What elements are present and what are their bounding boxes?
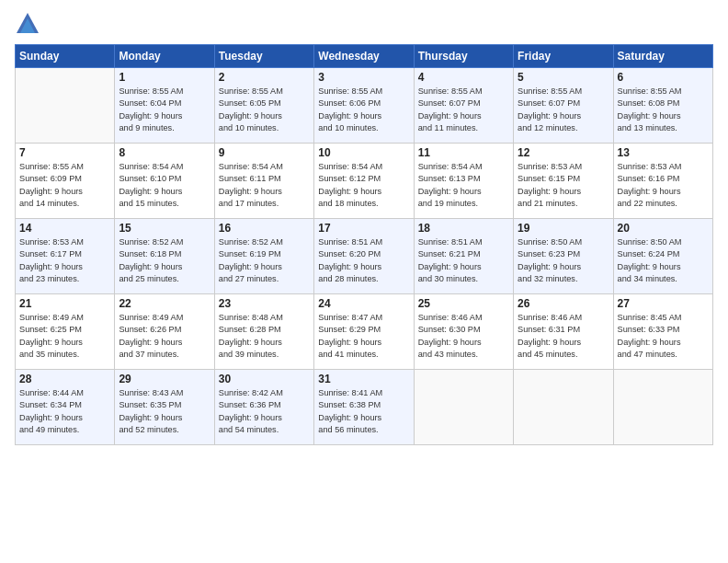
- day-cell: 19Sunrise: 8:50 AMSunset: 6:23 PMDayligh…: [514, 219, 613, 294]
- day-info: Sunrise: 8:55 AMSunset: 6:06 PMDaylight:…: [318, 86, 409, 134]
- day-number: 4: [418, 71, 509, 84]
- day-info: Sunrise: 8:43 AMSunset: 6:35 PMDaylight:…: [119, 387, 210, 436]
- day-cell: 14Sunrise: 8:53 AMSunset: 6:17 PMDayligh…: [16, 219, 115, 294]
- day-number: 9: [219, 146, 310, 159]
- day-number: 20: [618, 222, 709, 235]
- day-number: 6: [618, 71, 709, 84]
- day-cell: 22Sunrise: 8:49 AMSunset: 6:26 PMDayligh…: [115, 294, 214, 370]
- day-info: Sunrise: 8:46 AMSunset: 6:30 PMDaylight:…: [418, 312, 509, 361]
- day-cell: 31Sunrise: 8:41 AMSunset: 6:38 PMDayligh…: [314, 370, 414, 445]
- day-number: 16: [219, 222, 310, 235]
- week-row-4: 21Sunrise: 8:49 AMSunset: 6:25 PMDayligh…: [16, 294, 713, 370]
- day-info: Sunrise: 8:42 AMSunset: 6:36 PMDaylight:…: [219, 387, 310, 436]
- day-info: Sunrise: 8:54 AMSunset: 6:12 PMDaylight:…: [318, 161, 409, 210]
- header-cell-thursday: Thursday: [414, 45, 513, 68]
- day-cell: [16, 68, 115, 144]
- day-number: 21: [19, 297, 110, 310]
- day-number: 3: [318, 71, 409, 84]
- day-number: 10: [318, 146, 409, 159]
- day-number: 23: [219, 297, 310, 310]
- day-number: 28: [19, 373, 110, 385]
- day-cell: 10Sunrise: 8:54 AMSunset: 6:12 PMDayligh…: [314, 144, 414, 219]
- day-cell: 2Sunrise: 8:55 AMSunset: 6:05 PMDaylight…: [214, 68, 313, 144]
- day-info: Sunrise: 8:55 AMSunset: 6:05 PMDaylight:…: [219, 86, 310, 134]
- day-cell: 26Sunrise: 8:46 AMSunset: 6:31 PMDayligh…: [514, 294, 613, 370]
- day-cell: 7Sunrise: 8:55 AMSunset: 6:09 PMDaylight…: [16, 144, 115, 219]
- day-number: 2: [219, 71, 310, 84]
- day-number: 17: [318, 222, 409, 235]
- logo: [15, 11, 44, 37]
- day-info: Sunrise: 8:47 AMSunset: 6:29 PMDaylight:…: [318, 312, 409, 361]
- day-cell: [414, 370, 513, 445]
- day-info: Sunrise: 8:55 AMSunset: 6:07 PMDaylight:…: [418, 86, 509, 134]
- day-number: 27: [618, 297, 709, 310]
- week-row-2: 7Sunrise: 8:55 AMSunset: 6:09 PMDaylight…: [16, 144, 713, 219]
- day-info: Sunrise: 8:55 AMSunset: 6:04 PMDaylight:…: [119, 86, 210, 134]
- day-cell: 25Sunrise: 8:46 AMSunset: 6:30 PMDayligh…: [414, 294, 513, 370]
- header-cell-friday: Friday: [514, 45, 613, 68]
- header-cell-saturday: Saturday: [613, 45, 712, 68]
- day-number: 12: [518, 146, 609, 159]
- day-cell: 29Sunrise: 8:43 AMSunset: 6:35 PMDayligh…: [115, 370, 214, 445]
- day-cell: 6Sunrise: 8:55 AMSunset: 6:08 PMDaylight…: [613, 68, 712, 144]
- day-info: Sunrise: 8:55 AMSunset: 6:09 PMDaylight:…: [19, 161, 110, 210]
- day-info: Sunrise: 8:53 AMSunset: 6:15 PMDaylight:…: [518, 161, 609, 210]
- day-info: Sunrise: 8:49 AMSunset: 6:26 PMDaylight:…: [119, 312, 210, 361]
- week-row-5: 28Sunrise: 8:44 AMSunset: 6:34 PMDayligh…: [16, 370, 713, 445]
- page-container: SundayMondayTuesdayWednesdayThursdayFrid…: [0, 0, 728, 456]
- day-info: Sunrise: 8:46 AMSunset: 6:31 PMDaylight:…: [518, 312, 609, 361]
- day-number: 15: [119, 222, 210, 235]
- day-info: Sunrise: 8:53 AMSunset: 6:17 PMDaylight:…: [19, 236, 110, 285]
- day-number: 1: [119, 71, 210, 84]
- day-cell: 8Sunrise: 8:54 AMSunset: 6:10 PMDaylight…: [115, 144, 214, 219]
- day-info: Sunrise: 8:52 AMSunset: 6:18 PMDaylight:…: [119, 236, 210, 285]
- day-info: Sunrise: 8:54 AMSunset: 6:11 PMDaylight:…: [219, 161, 310, 210]
- day-number: 8: [119, 146, 210, 159]
- day-cell: 9Sunrise: 8:54 AMSunset: 6:11 PMDaylight…: [214, 144, 313, 219]
- day-cell: [514, 370, 613, 445]
- day-cell: 20Sunrise: 8:50 AMSunset: 6:24 PMDayligh…: [613, 219, 712, 294]
- day-info: Sunrise: 8:48 AMSunset: 6:28 PMDaylight:…: [219, 312, 310, 361]
- day-cell: 11Sunrise: 8:54 AMSunset: 6:13 PMDayligh…: [414, 144, 513, 219]
- day-number: 24: [318, 297, 409, 310]
- day-info: Sunrise: 8:54 AMSunset: 6:10 PMDaylight:…: [119, 161, 210, 210]
- header-cell-wednesday: Wednesday: [314, 45, 414, 68]
- day-info: Sunrise: 8:49 AMSunset: 6:25 PMDaylight:…: [19, 312, 110, 361]
- day-cell: 15Sunrise: 8:52 AMSunset: 6:18 PMDayligh…: [115, 219, 214, 294]
- day-number: 30: [219, 373, 310, 385]
- day-cell: 23Sunrise: 8:48 AMSunset: 6:28 PMDayligh…: [214, 294, 313, 370]
- day-cell: 3Sunrise: 8:55 AMSunset: 6:06 PMDaylight…: [314, 68, 414, 144]
- day-number: 5: [518, 71, 609, 84]
- day-info: Sunrise: 8:51 AMSunset: 6:21 PMDaylight:…: [418, 236, 509, 285]
- day-info: Sunrise: 8:51 AMSunset: 6:20 PMDaylight:…: [318, 236, 409, 285]
- day-cell: 30Sunrise: 8:42 AMSunset: 6:36 PMDayligh…: [214, 370, 313, 445]
- day-info: Sunrise: 8:52 AMSunset: 6:19 PMDaylight:…: [219, 236, 310, 285]
- day-number: 22: [119, 297, 210, 310]
- day-cell: 17Sunrise: 8:51 AMSunset: 6:20 PMDayligh…: [314, 219, 414, 294]
- day-info: Sunrise: 8:50 AMSunset: 6:24 PMDaylight:…: [618, 236, 709, 285]
- day-number: 26: [518, 297, 609, 310]
- calendar-table: SundayMondayTuesdayWednesdayThursdayFrid…: [15, 44, 713, 445]
- day-cell: 4Sunrise: 8:55 AMSunset: 6:07 PMDaylight…: [414, 68, 513, 144]
- day-info: Sunrise: 8:45 AMSunset: 6:33 PMDaylight:…: [618, 312, 709, 361]
- day-number: 18: [418, 222, 509, 235]
- day-cell: 12Sunrise: 8:53 AMSunset: 6:15 PMDayligh…: [514, 144, 613, 219]
- day-number: 31: [318, 373, 409, 385]
- day-cell: 13Sunrise: 8:53 AMSunset: 6:16 PMDayligh…: [613, 144, 712, 219]
- day-info: Sunrise: 8:53 AMSunset: 6:16 PMDaylight:…: [618, 161, 709, 210]
- header-cell-tuesday: Tuesday: [214, 45, 313, 68]
- day-info: Sunrise: 8:54 AMSunset: 6:13 PMDaylight:…: [418, 161, 509, 210]
- day-number: 13: [618, 146, 709, 159]
- day-number: 7: [19, 146, 110, 159]
- day-cell: 5Sunrise: 8:55 AMSunset: 6:07 PMDaylight…: [514, 68, 613, 144]
- day-info: Sunrise: 8:50 AMSunset: 6:23 PMDaylight:…: [518, 236, 609, 285]
- day-cell: 27Sunrise: 8:45 AMSunset: 6:33 PMDayligh…: [613, 294, 712, 370]
- day-info: Sunrise: 8:44 AMSunset: 6:34 PMDaylight:…: [19, 387, 110, 436]
- day-cell: 28Sunrise: 8:44 AMSunset: 6:34 PMDayligh…: [16, 370, 115, 445]
- day-info: Sunrise: 8:55 AMSunset: 6:08 PMDaylight:…: [618, 86, 709, 134]
- day-cell: [613, 370, 712, 445]
- header: [15, 11, 713, 37]
- day-cell: 16Sunrise: 8:52 AMSunset: 6:19 PMDayligh…: [214, 219, 313, 294]
- week-row-3: 14Sunrise: 8:53 AMSunset: 6:17 PMDayligh…: [16, 219, 713, 294]
- day-number: 11: [418, 146, 509, 159]
